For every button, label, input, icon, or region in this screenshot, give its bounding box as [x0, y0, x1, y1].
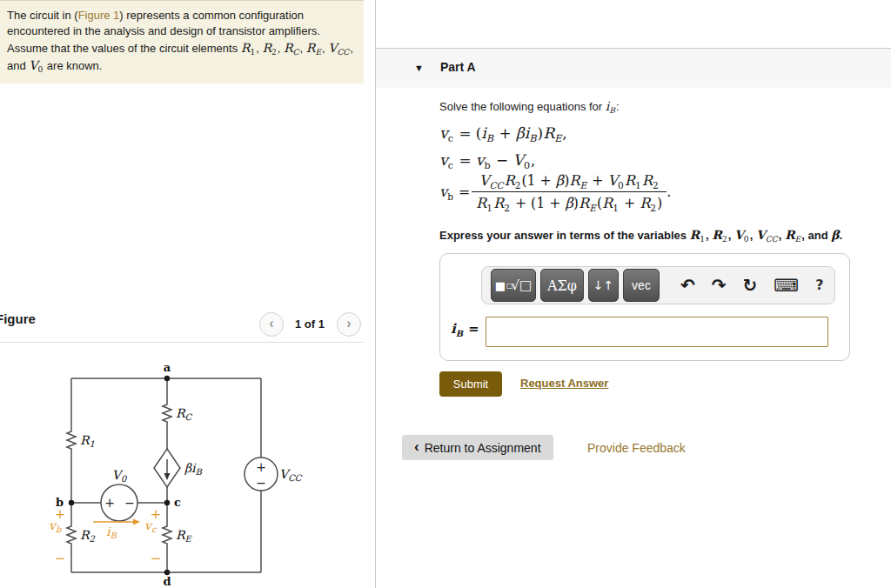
figure-pagination: 1 of 1	[287, 317, 332, 331]
chevron-left-icon: ‹	[414, 438, 419, 456]
re-label: RE	[176, 528, 193, 544]
equation-vc-vb: vc = vb − V0,	[439, 151, 535, 169]
vcc-label: VCC	[279, 467, 303, 483]
figure-next-button[interactable]: ›	[337, 312, 361, 337]
r2-label: R2	[80, 528, 96, 544]
answer-input[interactable]	[486, 317, 828, 347]
vb-minus-sign: −	[55, 551, 66, 566]
part-a-title: Part A	[440, 60, 476, 74]
resistor-rc	[163, 401, 171, 425]
reset-icon[interactable]: ↻	[743, 277, 758, 294]
circuit-wires	[67, 378, 278, 572]
problem-statement: The circuit in (Figure 1) represents a c…	[0, 0, 364, 84]
equation-vb-fraction: vb = VCCR2(1 + β)RE + V0R1R2 R1R2 + (1 +…	[439, 172, 671, 211]
v0-label: V0	[112, 468, 128, 484]
vcc-minus-sign: −	[256, 476, 266, 490]
v0-minus-sign: −	[124, 496, 135, 510]
return-to-assignment-button[interactable]: ‹ Return to Assignment	[402, 435, 553, 460]
fraction-denominator: R1R2 + (1 + β)RE(R1 + R2)	[472, 192, 667, 211]
figure-prev-button[interactable]: ‹	[259, 312, 284, 337]
submit-button[interactable]: Submit	[439, 371, 502, 397]
express-instruction: Express your answer in terms of the vari…	[439, 228, 842, 242]
collapse-caret-icon[interactable]: ▼	[414, 63, 424, 73]
dependent-source-label: βiB	[184, 461, 203, 477]
resistor-r2	[67, 523, 76, 547]
return-label: Return to Assignment	[425, 441, 541, 455]
solve-instruction: Solve the following equations for iB:	[439, 99, 620, 113]
circuit-figure: a b c d R1 R2 RC RE V0 VCC βiB + − + − i…	[0, 362, 374, 588]
greek-symbols-button[interactable]: ΑΣφ	[540, 269, 584, 302]
figure-heading: Figure	[0, 311, 36, 326]
part-a-header[interactable]: ▼ Part A	[376, 48, 891, 88]
rc-label: RC	[176, 406, 193, 422]
fraction-lhs: vb =	[439, 184, 470, 200]
answer-panel: ■□√□ ΑΣφ ↓↑ vec ↶ ↷ ↻ ⌨ ? iB =	[439, 253, 850, 361]
ib-label: iB	[106, 525, 117, 540]
vcc-plus-sign: +	[256, 460, 266, 474]
keyboard-icon[interactable]: ⌨	[774, 277, 799, 294]
assignment-page: The circuit in (Figure 1) represents a c…	[0, 0, 891, 588]
resistor-re	[163, 523, 171, 547]
fraction-suffix: .	[667, 184, 671, 200]
provide-feedback-link[interactable]: Provide Feedback	[587, 441, 686, 455]
vb-plus-sign: +	[55, 506, 66, 522]
equation-vc-re: vc = (iB + βiB)RE,	[439, 124, 567, 142]
v0-plus-sign: +	[104, 496, 115, 510]
templates-button[interactable]: ■□√□	[491, 269, 536, 302]
filled-square-icon: ■	[495, 279, 506, 292]
undo-icon[interactable]: ↶	[680, 277, 695, 294]
vector-button[interactable]: vec	[623, 269, 660, 302]
arrows-button[interactable]: ↓↑	[588, 269, 619, 302]
help-icon[interactable]: ?	[815, 278, 823, 292]
node-c-label: c	[174, 496, 181, 509]
vc-minus-sign: −	[151, 551, 162, 566]
figure-divider	[0, 342, 364, 343]
node-a-label: a	[164, 362, 171, 374]
equation-toolbar: ■□√□ ΑΣφ ↓↑ vec ↶ ↷ ↻ ⌨ ?	[481, 266, 835, 304]
answer-variable-label: iB =	[451, 321, 479, 337]
radical-icon: √□	[512, 277, 533, 293]
vc-plus-sign: +	[151, 506, 162, 522]
request-answer-link[interactable]: Request Answer	[520, 377, 608, 390]
resistor-r1	[67, 428, 76, 452]
fraction-numerator: VCCR2(1 + β)RE + V0R1R2	[472, 172, 667, 192]
node-d-label: d	[163, 575, 171, 588]
fraction: VCCR2(1 + β)RE + V0R1R2 R1R2 + (1 + β)RE…	[472, 172, 667, 211]
column-divider	[375, 0, 376, 588]
r1-label: R1	[80, 433, 95, 449]
redo-icon[interactable]: ↷	[712, 277, 727, 294]
